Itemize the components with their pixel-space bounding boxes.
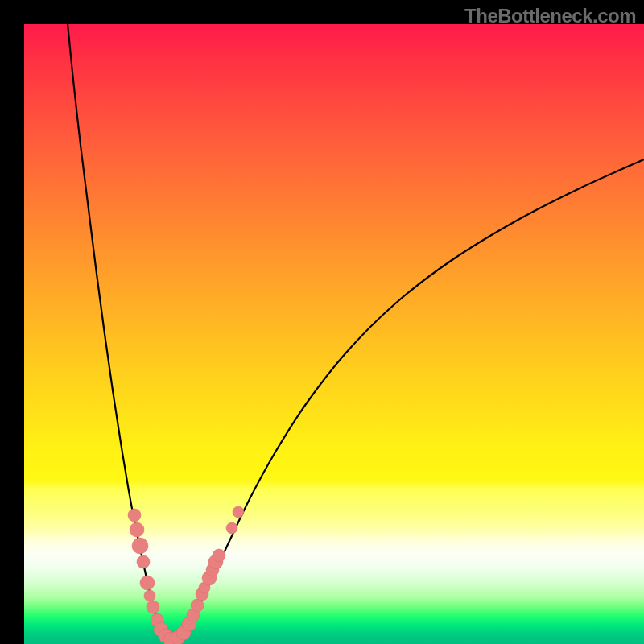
- data-dot: [147, 601, 159, 613]
- watermark-text: TheBottleneck.com: [464, 5, 636, 27]
- bottleneck-curve: [68, 24, 644, 642]
- data-dot: [191, 599, 204, 612]
- data-dot: [213, 549, 225, 562]
- chart-plot-area: [24, 24, 644, 644]
- data-dot: [140, 576, 155, 590]
- data-dot: [226, 522, 237, 534]
- data-dot: [144, 590, 155, 601]
- data-dot: [137, 555, 150, 568]
- data-dot: [128, 509, 141, 522]
- data-dot: [132, 538, 148, 554]
- data-dot: [233, 506, 244, 518]
- data-dot: [130, 522, 144, 537]
- chart-svg: [24, 24, 644, 644]
